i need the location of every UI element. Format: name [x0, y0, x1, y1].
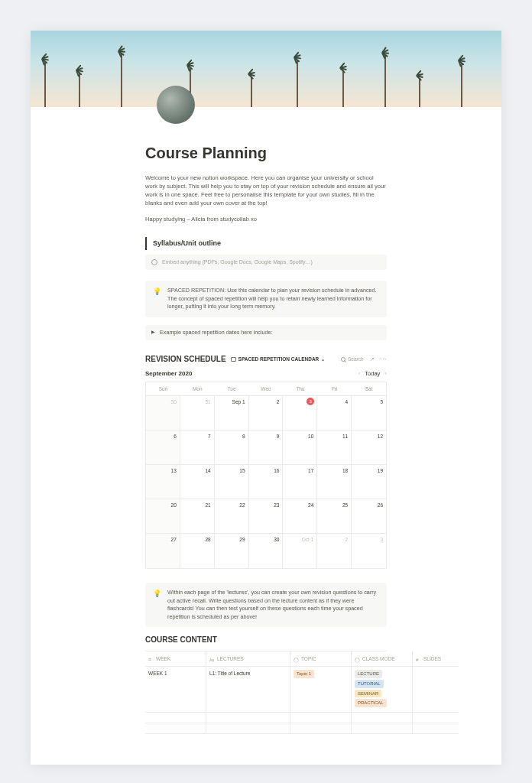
calendar-cell[interactable]: 2 — [249, 396, 284, 430]
calendar-cell[interactable]: 19 — [352, 465, 386, 499]
calendar-cell[interactable]: 14 — [180, 465, 215, 499]
chevron-down-icon: ⌄ — [321, 356, 325, 363]
view-name: SPACED REPETITION CALENDAR — [238, 356, 320, 362]
page-icon[interactable] — [157, 86, 195, 124]
calendar-grid: SunMonTueWedThuFriSat 3031Sep 1234567891… — [145, 382, 387, 569]
calendar-cell[interactable]: 29 — [215, 534, 249, 568]
callout-text: SPACED REPETITION: Use this calendar to … — [167, 287, 379, 310]
next-month-button[interactable]: › — [384, 369, 387, 379]
calendar-cell[interactable]: 26 — [352, 499, 386, 534]
calendar-month: September 2020 — [145, 369, 192, 379]
day-header: Fri — [317, 382, 352, 396]
calendar-cell[interactable]: 17 — [283, 465, 317, 499]
cell-week: WEEK 1 — [145, 667, 206, 713]
calendar-cell[interactable]: 4 — [317, 396, 352, 430]
search-button[interactable]: Search — [341, 356, 364, 362]
spaced-repetition-callout[interactable]: 💡 SPACED REPETITION: Use this calendar t… — [145, 281, 387, 317]
more-menu-icon[interactable]: ··· — [381, 356, 387, 362]
calendar-cell[interactable]: 3 — [352, 534, 386, 568]
course-content-table: WEEK LECTURES TOPIC CLASS MODE SLIDES WE… — [145, 651, 387, 734]
course-content-title[interactable]: COURSE CONTENT — [145, 635, 387, 646]
class-mode-tag: TUTORIAL — [355, 680, 384, 688]
day-header: Tue — [215, 382, 249, 396]
cell-slides — [413, 667, 459, 713]
calendar-cell[interactable]: 30 — [146, 396, 180, 430]
table-row[interactable] — [145, 723, 387, 734]
calendar-cell[interactable]: 9 — [249, 430, 284, 465]
signoff-text[interactable]: Happy studying – Alicia from studycollab… — [145, 215, 387, 223]
search-icon — [341, 357, 345, 362]
calendar-cell[interactable]: 13 — [146, 465, 180, 499]
page-title[interactable]: Course Planning — [145, 142, 387, 164]
calendar-cell[interactable]: 10 — [283, 430, 317, 465]
toggle-triangle-icon: ▶ — [151, 329, 155, 336]
intro-text[interactable]: Welcome to your new notion workspace. He… — [145, 174, 387, 207]
calendar-cell[interactable]: 20 — [146, 499, 180, 534]
day-header: Sun — [146, 382, 180, 396]
col-topic[interactable]: TOPIC — [290, 651, 352, 667]
embed-block[interactable]: Embed anything (PDFs, Google Docs, Googl… — [145, 255, 387, 270]
bulb-icon: 💡 — [153, 589, 161, 621]
calendar-cell[interactable]: 6 — [146, 430, 180, 465]
table-row[interactable] — [145, 713, 387, 723]
day-header: Wed — [249, 382, 284, 396]
calendar-cell[interactable]: Oct 1 — [283, 534, 317, 568]
calendar-cell[interactable]: Sep 1 — [215, 396, 249, 430]
calendar-cell[interactable]: 27 — [146, 534, 180, 568]
prev-month-button[interactable]: ‹ — [358, 369, 361, 379]
calendar-cell[interactable]: 25 — [317, 499, 352, 534]
class-mode-tag: PRACTICAL — [355, 699, 387, 707]
col-class-mode[interactable]: CLASS MODE — [352, 651, 413, 667]
bulb-icon: 💡 — [153, 287, 161, 310]
expand-icon[interactable] — [370, 356, 375, 363]
calendar-cell[interactable]: 16 — [249, 465, 284, 499]
calendar-view-tab[interactable]: SPACED REPETITION CALENDAR ⌄ — [231, 356, 326, 362]
calendar-cell[interactable]: 12 — [352, 430, 386, 465]
lectures-callout[interactable]: 💡 Within each page of the 'lectures', yo… — [145, 583, 387, 627]
calendar-cell[interactable]: 24 — [283, 499, 317, 534]
cell-lecture: L1: Title of Lecture — [206, 667, 290, 713]
col-lectures[interactable]: LECTURES — [206, 651, 290, 667]
syllabus-heading[interactable]: Syllabus/Unit outline — [145, 237, 387, 250]
calendar-cell[interactable]: 8 — [215, 430, 249, 465]
calendar-cell[interactable]: 11 — [317, 430, 352, 465]
revision-db-title[interactable]: REVISION SCHEDULE — [145, 354, 226, 366]
day-header: Sat — [352, 382, 386, 396]
callout-text: Within each page of the 'lectures', you … — [167, 589, 379, 621]
calendar-cell[interactable]: 30 — [249, 534, 284, 568]
table-row[interactable]: WEEK 1 L1: Title of Lecture Topic 1 LECT… — [145, 667, 387, 713]
calendar-cell[interactable]: 31 — [180, 396, 215, 430]
calendar-cell[interactable]: 22 — [215, 499, 249, 534]
col-week[interactable]: WEEK — [145, 651, 206, 667]
day-header: Thu — [283, 382, 317, 396]
calendar-cell[interactable]: 2 — [317, 534, 352, 568]
class-mode-tag: LECTURE — [355, 670, 382, 678]
cell-topic: Topic 1 — [290, 667, 352, 713]
embed-placeholder: Embed anything (PDFs, Google Docs, Googl… — [162, 258, 313, 266]
cell-class-mode: LECTURETUTORIALSEMINARPRACTICAL — [352, 667, 413, 713]
calendar-cell[interactable]: 18 — [317, 465, 352, 499]
col-slides[interactable]: SLIDES — [413, 651, 459, 667]
calendar-cell[interactable]: 23 — [249, 499, 284, 534]
today-button[interactable]: Today — [365, 370, 380, 379]
calendar-cell[interactable]: 28 — [180, 534, 215, 568]
embed-icon — [151, 259, 157, 265]
calendar-cell[interactable]: 15 — [215, 465, 249, 499]
calendar-cell[interactable]: 7 — [180, 430, 215, 465]
class-mode-tag: SEMINAR — [355, 690, 381, 698]
calendar-cell[interactable]: 5 — [352, 396, 386, 430]
toggle-label: Example spaced repetition dates here inc… — [160, 329, 272, 336]
calendar-cell[interactable]: 21 — [180, 499, 215, 534]
example-dates-toggle[interactable]: ▶ Example spaced repetition dates here i… — [145, 325, 387, 340]
page-cover[interactable] — [31, 31, 501, 107]
calendar-icon — [231, 357, 236, 362]
calendar-cell[interactable]: 3 — [283, 396, 317, 430]
day-header: Mon — [180, 382, 215, 396]
